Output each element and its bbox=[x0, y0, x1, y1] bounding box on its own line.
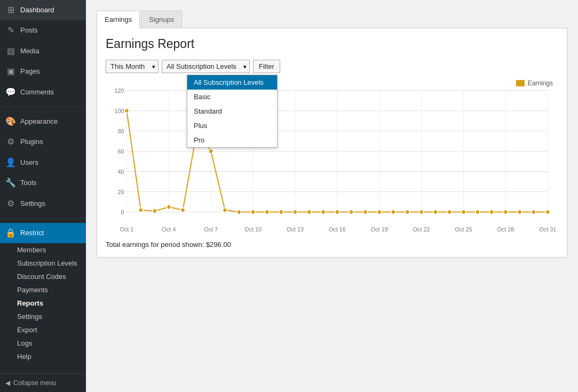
subscription-dropdown: All Subscription Levels Basic Standard P… bbox=[187, 75, 278, 148]
appearance-icon: 🎨 bbox=[5, 116, 16, 127]
svg-text:Oct 7: Oct 7 bbox=[204, 226, 218, 233]
submenu-discount-codes[interactable]: Discount Codes bbox=[0, 270, 86, 283]
collapse-icon: ◀ bbox=[5, 379, 10, 387]
subscription-select-wrapper: All Subscription Levels Basic Standard P… bbox=[162, 60, 250, 73]
nav-separator-2 bbox=[0, 218, 86, 219]
sidebar: ⊞ Dashboard ✎ Posts ▤ Media ▣ Pages 💬 Co… bbox=[0, 0, 86, 392]
svg-point-58 bbox=[433, 210, 438, 214]
chart-container: Earnings 020406080100120Oct 1Oct 4Oct 7O… bbox=[106, 79, 558, 234]
sidebar-item-posts[interactable]: ✎ Posts bbox=[0, 20, 86, 41]
sidebar-item-appearance[interactable]: 🎨 Appearance bbox=[0, 111, 86, 132]
dropdown-item-standard[interactable]: Standard bbox=[187, 104, 277, 118]
tab-signups[interactable]: Signups bbox=[141, 11, 182, 28]
sidebar-label-restrict: Restrict bbox=[20, 228, 44, 238]
dropdown-item-pro[interactable]: Pro bbox=[187, 133, 277, 147]
sidebar-label-pages: Pages bbox=[20, 67, 40, 76]
svg-point-57 bbox=[419, 210, 424, 214]
svg-text:0: 0 bbox=[121, 209, 124, 215]
svg-point-55 bbox=[391, 210, 395, 214]
nav-separator-1 bbox=[0, 107, 86, 107]
svg-text:20: 20 bbox=[117, 188, 124, 195]
sidebar-label-settings: Settings bbox=[20, 199, 45, 209]
submenu-help[interactable]: Help bbox=[0, 350, 86, 363]
filter-button[interactable]: Filter bbox=[253, 60, 280, 73]
svg-text:Oct 13: Oct 13 bbox=[287, 226, 304, 233]
legend-swatch bbox=[516, 80, 525, 86]
submenu-payments[interactable]: Payments bbox=[0, 283, 86, 297]
tabs-container: Earnings Signups bbox=[97, 11, 567, 28]
svg-point-59 bbox=[447, 210, 452, 214]
submenu-settings[interactable]: Settings bbox=[0, 310, 86, 323]
sidebar-label-media: Media bbox=[20, 46, 39, 56]
svg-point-46 bbox=[265, 210, 269, 214]
tab-earnings[interactable]: Earnings bbox=[97, 11, 140, 28]
svg-point-64 bbox=[518, 210, 522, 214]
sidebar-item-dashboard[interactable]: ⊞ Dashboard bbox=[0, 0, 86, 20]
dropdown-item-plus[interactable]: Plus bbox=[187, 118, 277, 133]
svg-text:100: 100 bbox=[114, 108, 124, 114]
content-area: Earnings Signups Earnings Report This Mo… bbox=[86, 0, 578, 392]
svg-point-43 bbox=[223, 208, 227, 212]
svg-point-65 bbox=[532, 210, 536, 214]
sidebar-item-media[interactable]: ▤ Media bbox=[0, 41, 86, 61]
svg-point-54 bbox=[377, 210, 382, 214]
submenu-export[interactable]: Export bbox=[0, 323, 86, 337]
sidebar-item-users[interactable]: 👤 Users bbox=[0, 153, 86, 173]
svg-point-60 bbox=[462, 210, 466, 214]
submenu-subscription-levels[interactable]: Subscription Levels bbox=[0, 257, 86, 270]
svg-point-36 bbox=[124, 109, 129, 113]
collapse-menu-button[interactable]: ◀ Collapse menu bbox=[0, 373, 86, 392]
comments-icon: 💬 bbox=[5, 86, 16, 98]
svg-point-52 bbox=[349, 210, 353, 214]
svg-point-50 bbox=[321, 210, 326, 214]
settings-icon: ⚙ bbox=[5, 198, 16, 210]
svg-point-66 bbox=[545, 210, 550, 214]
sidebar-label-users: Users bbox=[20, 158, 38, 167]
svg-point-39 bbox=[167, 205, 171, 209]
report-card: Earnings Report This Month Last Month Th… bbox=[97, 28, 567, 258]
svg-point-63 bbox=[503, 210, 508, 214]
submenu-logs[interactable]: Logs bbox=[0, 337, 86, 350]
svg-text:Oct 28: Oct 28 bbox=[497, 226, 514, 233]
svg-point-61 bbox=[476, 210, 480, 214]
svg-text:Oct 25: Oct 25 bbox=[455, 226, 472, 233]
sidebar-item-tools[interactable]: 🔧 Tools bbox=[0, 173, 86, 193]
svg-point-56 bbox=[405, 210, 409, 214]
total-earnings: Total earnings for period shown: $296.00 bbox=[106, 241, 558, 249]
svg-point-62 bbox=[489, 210, 494, 214]
svg-text:Oct 22: Oct 22 bbox=[413, 226, 430, 233]
submenu-reports[interactable]: Reports bbox=[0, 297, 86, 310]
svg-point-48 bbox=[293, 210, 297, 214]
svg-point-45 bbox=[251, 210, 255, 214]
sidebar-item-comments[interactable]: 💬 Comments bbox=[0, 82, 86, 102]
page-title: Earnings Report bbox=[106, 37, 558, 51]
media-icon: ▤ bbox=[5, 45, 16, 57]
plugins-icon: ⚙ bbox=[5, 136, 16, 148]
subscription-select[interactable]: All Subscription Levels Basic Standard P… bbox=[162, 60, 250, 73]
filters-row: This Month Last Month This Year Last Yea… bbox=[106, 60, 558, 73]
submenu-members[interactable]: Members bbox=[0, 243, 86, 257]
sidebar-label-tools: Tools bbox=[20, 178, 36, 188]
posts-icon: ✎ bbox=[5, 25, 16, 36]
svg-text:80: 80 bbox=[117, 128, 124, 134]
sidebar-label-comments: Comments bbox=[20, 87, 54, 97]
sidebar-label-plugins: Plugins bbox=[20, 137, 43, 147]
svg-text:Oct 1: Oct 1 bbox=[120, 226, 133, 233]
restrict-icon: 🔒 bbox=[5, 227, 16, 239]
restrict-indicator bbox=[82, 229, 86, 237]
sidebar-label-posts: Posts bbox=[20, 26, 38, 35]
sidebar-item-pages[interactable]: ▣ Pages bbox=[0, 61, 86, 82]
sidebar-item-restrict[interactable]: 🔒 Restrict bbox=[0, 223, 86, 243]
svg-text:120: 120 bbox=[114, 87, 124, 94]
sidebar-item-plugins[interactable]: ⚙ Plugins bbox=[0, 132, 86, 152]
dropdown-item-basic[interactable]: Basic bbox=[187, 90, 277, 104]
period-select-wrapper: This Month Last Month This Year Last Yea… bbox=[106, 60, 159, 73]
svg-text:40: 40 bbox=[117, 169, 124, 175]
sidebar-item-settings[interactable]: ⚙ Settings bbox=[0, 194, 86, 214]
period-select[interactable]: This Month Last Month This Year Last Yea… bbox=[106, 60, 159, 73]
dashboard-icon: ⊞ bbox=[5, 4, 16, 16]
svg-point-44 bbox=[237, 210, 241, 214]
dropdown-item-all[interactable]: All Subscription Levels bbox=[187, 75, 277, 90]
svg-point-53 bbox=[363, 210, 368, 214]
svg-text:Oct 31: Oct 31 bbox=[539, 226, 556, 233]
